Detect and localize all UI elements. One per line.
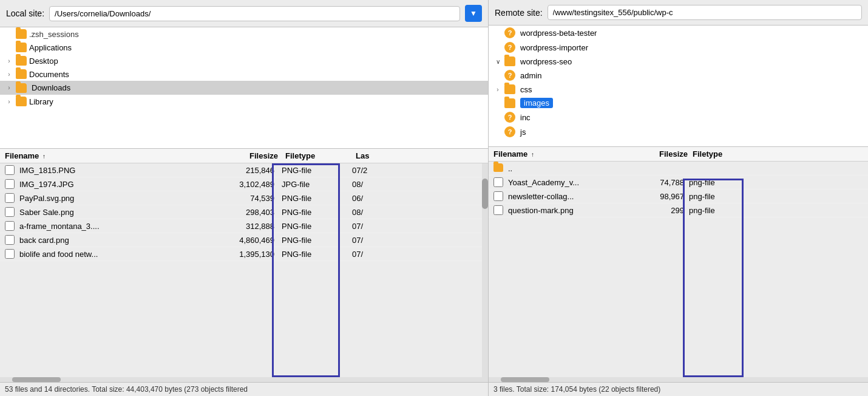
file-checkbox[interactable] (5, 249, 15, 259)
right-path-input[interactable] (548, 5, 862, 20)
file-type: PNG-file (274, 250, 347, 259)
file-name: back card.png (19, 236, 202, 245)
file-date: 07/ (347, 222, 477, 231)
right-tree-item-label: images (520, 98, 553, 108)
right-filename-header[interactable]: Filename ↑ (493, 149, 627, 159)
left-site-bar: Local site: ▼ (0, 0, 488, 27)
left-scrollbar-thumb[interactable] (482, 179, 488, 209)
right-h-scrollbar-thumb[interactable] (501, 377, 549, 382)
file-checkbox[interactable] (5, 235, 15, 245)
right-tree-item-label: wordpress-seo (520, 57, 572, 66)
right-file-type: png-file (684, 206, 745, 215)
right-tree-item-images[interactable]: images (489, 96, 868, 110)
file-checkbox[interactable] (5, 207, 15, 217)
left-file-list-body: IMG_1815.PNG 215,846 PNG-file 07/2 IMG_1… (0, 163, 488, 261)
chevron-right-icon: › (5, 58, 13, 64)
right-file-checkbox[interactable] (493, 191, 503, 201)
right-h-scrollbar[interactable] (489, 377, 868, 382)
left-tree-item-label: .zsh_sessions (29, 30, 79, 39)
file-type: PNG-file (274, 236, 347, 245)
right-filetype-header[interactable]: Filetype (688, 149, 748, 159)
file-type: PNG-file (274, 208, 347, 217)
left-tree-item-downloads[interactable]: › Downloads (0, 81, 488, 95)
left-tree-panel: .zsh_sessions Applications › Desktop › D… (0, 27, 488, 149)
last-header[interactable]: Las (351, 151, 483, 160)
right-tree-item-admin[interactable]: ? admin (489, 68, 868, 83)
left-file-row[interactable]: a-frame_montana_3.... 312,888 PNG-file 0… (0, 219, 482, 233)
right-tree-item-wp-importer[interactable]: ? wordpress-importer (489, 40, 868, 55)
filetype-header[interactable]: Filetype (278, 151, 351, 160)
file-checkbox[interactable] (5, 165, 15, 175)
file-date: 08/ (347, 208, 477, 217)
file-name: PayPal.svg.png (19, 194, 202, 203)
right-tree-item-label: js (520, 128, 526, 137)
left-file-row[interactable]: biolife and food netw... 1,395,130 PNG-f… (0, 247, 482, 261)
file-checkbox[interactable] (5, 179, 15, 189)
chevron-right-icon: › (493, 86, 502, 93)
left-dropdown-button[interactable]: ▼ (465, 5, 482, 22)
left-scrollbar[interactable] (482, 163, 488, 377)
filesize-header[interactable]: Filesize (205, 151, 278, 160)
left-site-label: Local site: (6, 9, 44, 18)
question-icon: ? (504, 70, 515, 81)
right-tree-item-wp-beta[interactable]: ? wordpress-beta-tester (489, 26, 868, 40)
file-size: 3,102,489 (202, 180, 274, 189)
right-filesize-header[interactable]: Filesize (627, 149, 688, 159)
left-tree-item-documents[interactable]: › Documents (0, 67, 488, 81)
file-type: PNG-file (274, 166, 347, 175)
left-tree-item-zsh[interactable]: .zsh_sessions (0, 27, 488, 41)
folder-icon (16, 43, 27, 52)
right-status-bar: 3 files. Total size: 174,054 bytes (22 o… (489, 382, 868, 396)
right-file-row[interactable]: Yoast_Academy_v... 74,788 png-file (489, 176, 868, 189)
left-file-row[interactable]: PayPal.svg.png 74,539 PNG-file 06/ (0, 191, 482, 205)
left-file-row[interactable]: back card.png 4,860,469 PNG-file 07/ (0, 233, 482, 247)
folder-icon (16, 69, 27, 79)
folder-icon (504, 98, 515, 108)
left-h-scrollbar-thumb[interactable] (12, 377, 61, 382)
left-tree-item-desktop[interactable]: › Desktop (0, 54, 488, 67)
file-type: PNG-file (274, 222, 347, 231)
right-file-size: 98,967 (623, 192, 684, 201)
left-tree-item-applications[interactable]: Applications (0, 41, 488, 54)
file-date: 06/ (347, 194, 477, 203)
left-file-row[interactable]: IMG_1974.JPG 3,102,489 JPG-file 08/ (0, 177, 482, 191)
left-path-input[interactable] (49, 6, 460, 21)
file-checkbox[interactable] (5, 221, 15, 231)
right-file-row[interactable]: question-mark.png 299 png-file (489, 203, 868, 217)
right-tree-item-label: wordpress-importer (520, 43, 588, 52)
filename-header[interactable]: Filename ↑ (5, 151, 205, 160)
left-tree-item-library[interactable]: › Library (0, 95, 488, 108)
left-status-bar: 53 files and 14 directories. Total size:… (0, 382, 488, 396)
right-file-name: question-mark.png (508, 206, 623, 215)
right-tree-item-label: css (520, 85, 532, 94)
right-file-checkbox[interactable] (493, 177, 503, 187)
left-tree-item-label: Documents (29, 70, 69, 79)
file-date: 07/ (347, 236, 477, 245)
left-tree-item-label: Library (29, 97, 53, 106)
file-checkbox[interactable] (5, 193, 15, 203)
right-file-checkbox[interactable] (493, 205, 503, 215)
right-tree-item-wp-seo[interactable]: ∨ wordpress-seo (489, 55, 868, 68)
file-size: 74,539 (202, 194, 274, 203)
file-size: 215,846 (202, 166, 274, 175)
sort-asc-icon: ↑ (42, 153, 46, 160)
file-type: PNG-file (274, 194, 347, 203)
file-size: 4,860,469 (202, 236, 274, 245)
sort-asc-icon: ↑ (531, 151, 534, 158)
right-file-list: Filename ↑ Filesize Filetype .. (489, 147, 868, 396)
right-file-row[interactable]: newsletter-collag... 98,967 png-file (489, 189, 868, 203)
right-tree-item-inc[interactable]: ? inc (489, 110, 868, 125)
left-file-row[interactable]: IMG_1815.PNG 215,846 PNG-file 07/2 (0, 163, 482, 177)
left-tree-item-label: Applications (29, 43, 72, 52)
question-icon: ? (504, 126, 515, 137)
file-name: biolife and food netw... (19, 250, 202, 259)
right-tree-item-css[interactable]: › css (489, 83, 868, 96)
chevron-right-icon: › (5, 71, 13, 78)
left-file-row[interactable]: Saber Sale.png 298,403 PNG-file 08/ (0, 205, 482, 219)
left-h-scrollbar[interactable] (0, 377, 488, 382)
right-tree-item-js[interactable]: ? js (489, 125, 868, 139)
folder-icon (16, 56, 27, 66)
right-file-row[interactable]: .. (489, 162, 868, 176)
folder-icon (16, 83, 27, 93)
right-file-name: Yoast_Academy_v... (508, 178, 623, 187)
